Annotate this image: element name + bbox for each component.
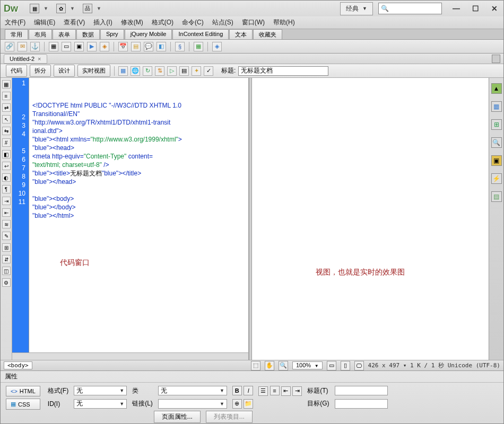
minimize-button[interactable]: —	[450, 4, 462, 13]
view-code-button[interactable]: 代码	[6, 65, 27, 77]
menu-file[interactable]: 文件(F)	[5, 18, 25, 27]
horizontal-scrollbar[interactable]	[12, 352, 248, 360]
highlight-icon[interactable]: ◧	[2, 150, 11, 158]
menu-edit[interactable]: 编辑(E)	[34, 18, 55, 27]
desktop-icon[interactable]: 🖵	[354, 361, 364, 370]
ol-button[interactable]: ≡	[270, 386, 280, 395]
hyperlink-icon[interactable]: 🔗	[5, 42, 14, 51]
code-text[interactable]: 代码窗口 <!DOCTYPE html PUBLIC "-//W3C//DTD …	[29, 78, 248, 352]
open-docs-icon[interactable]: ▦	[2, 80, 11, 89]
comment-icon[interactable]: 💬	[144, 42, 153, 51]
css-mode-button[interactable]: ▦CSS	[6, 399, 40, 410]
move-icon[interactable]: ⇵	[2, 255, 11, 263]
tag-icon[interactable]: ◈	[212, 42, 222, 51]
ap-panel-icon[interactable]: ▦	[491, 101, 502, 112]
bold-button[interactable]: B	[232, 386, 242, 395]
properties-header[interactable]: 属性	[1, 371, 503, 383]
panel-collapse-icon[interactable]	[492, 55, 500, 63]
business-panel-icon[interactable]: ⊞	[491, 119, 502, 130]
zoom-value[interactable]: 100% ▼	[292, 361, 323, 369]
globe-icon[interactable]: 🌐	[131, 66, 140, 76]
sitemap-icon[interactable]: 品	[83, 4, 92, 13]
widget-icon[interactable]: ◈	[100, 42, 109, 51]
point-to-file-icon[interactable]: ⊕	[232, 399, 242, 409]
date-icon[interactable]: 📅	[118, 42, 128, 51]
refresh-icon[interactable]: ↻	[143, 66, 152, 76]
media-icon[interactable]: ▶	[87, 42, 97, 51]
head-icon[interactable]: ◧	[157, 42, 166, 51]
code-editor[interactable]: 1234567891011 代码窗口 <!DOCTYPE html PUBLIC…	[12, 78, 248, 352]
layout-icon[interactable]: ▦	[30, 4, 39, 13]
link-select[interactable]: ▼	[158, 399, 227, 409]
viewport-icon[interactable]: ▭	[327, 361, 336, 370]
indent-button[interactable]: ⇥	[292, 386, 302, 396]
tab-favorites[interactable]: 收藏夹	[253, 29, 282, 39]
dropdown-icon[interactable]: ▼	[44, 6, 48, 11]
tab-data[interactable]: 数据	[76, 29, 100, 39]
anchor-icon[interactable]: ⚓	[30, 42, 40, 51]
hidden-chars-icon[interactable]: ¶	[2, 185, 11, 193]
menu-site[interactable]: 站点(S)	[212, 18, 233, 27]
tag-selector[interactable]: <body>	[4, 361, 32, 369]
collapse-icon[interactable]: ≡	[2, 92, 11, 100]
view-live-button[interactable]: 实时视图	[77, 65, 110, 77]
search-input[interactable]: 🔍	[378, 3, 442, 14]
wrap-icon[interactable]: ↩	[2, 162, 11, 170]
dropdown-icon[interactable]: ▼	[70, 6, 74, 11]
script-icon[interactable]: §	[175, 42, 185, 51]
image-icon[interactable]: ▣	[74, 42, 84, 51]
format-select[interactable]: 无▼	[74, 386, 127, 395]
zoom-tool-icon[interactable]: 🔍	[279, 361, 288, 370]
balance-icon[interactable]: ⇆	[2, 127, 11, 135]
menu-format[interactable]: 格式(O)	[152, 18, 173, 27]
select-parent-icon[interactable]: ↖	[2, 115, 11, 123]
menu-insert[interactable]: 插入(I)	[93, 18, 112, 27]
document-tab[interactable]: Untitled-2 ×	[4, 54, 47, 64]
tab-spry[interactable]: Spry	[100, 29, 124, 39]
menu-view[interactable]: 查看(V)	[64, 18, 85, 27]
menu-help[interactable]: 帮助(H)	[273, 18, 295, 27]
liveview-icon[interactable]: ▦	[118, 66, 128, 76]
view-split-button[interactable]: 拆分	[30, 65, 51, 77]
visual-aids-icon[interactable]: ✦	[192, 66, 201, 76]
close-button[interactable]: ✕	[489, 4, 500, 13]
gear-icon[interactable]: ✿	[56, 4, 66, 13]
target-input[interactable]	[335, 399, 388, 409]
template-icon[interactable]: ▦	[194, 42, 203, 51]
css-panel-icon[interactable]: ▲	[491, 83, 502, 94]
select-tool-icon[interactable]: ⬚	[251, 361, 260, 370]
more-panel-icon[interactable]: ▤	[491, 191, 502, 202]
id-select[interactable]: 无▼	[74, 399, 127, 409]
menu-window[interactable]: 窗口(W)	[242, 18, 265, 27]
close-icon[interactable]: ×	[38, 56, 41, 62]
syntax-icon[interactable]: ◐	[2, 173, 11, 182]
tab-common[interactable]: 常用	[5, 29, 28, 39]
hand-tool-icon[interactable]: ✋	[265, 361, 274, 370]
tab-jquery[interactable]: jQuery Mobile	[125, 29, 172, 39]
tab-text[interactable]: 文本	[229, 29, 253, 39]
dropdown-icon[interactable]: ▼	[97, 6, 101, 11]
tab-incontext[interactable]: InContext Editing	[172, 29, 229, 39]
line-numbers-icon[interactable]: #	[2, 138, 11, 147]
ul-button[interactable]: ☰	[258, 386, 268, 396]
div-icon[interactable]: ▭	[62, 42, 71, 51]
tablet-icon[interactable]: ▯	[341, 361, 350, 370]
tab-layout[interactable]: 布局	[29, 29, 52, 39]
tab-form[interactable]: 表单	[53, 29, 76, 39]
options2-icon[interactable]: ⚙	[2, 278, 11, 287]
server-icon[interactable]: ▤	[131, 42, 141, 51]
browse-folder-icon[interactable]: 📁	[244, 399, 253, 409]
options-icon[interactable]: ▤	[179, 66, 189, 76]
maximize-button[interactable]: ☐	[470, 4, 481, 13]
email-icon[interactable]: ✉	[18, 42, 27, 51]
menu-modify[interactable]: 修改(M)	[121, 18, 143, 27]
html-mode-button[interactable]: <>HTML	[6, 386, 40, 396]
expand-icon[interactable]: ⇄	[2, 103, 11, 112]
assets-panel-icon[interactable]: ▣	[491, 155, 502, 166]
title-input[interactable]	[238, 66, 328, 76]
preview-panel[interactable]: 视图，也就是实时的效果图	[252, 78, 489, 360]
play-icon[interactable]: ▷	[167, 66, 177, 76]
files-panel-icon[interactable]: 🔍	[491, 137, 502, 148]
italic-button[interactable]: I	[244, 386, 253, 395]
title-attr-input[interactable]	[335, 386, 388, 395]
